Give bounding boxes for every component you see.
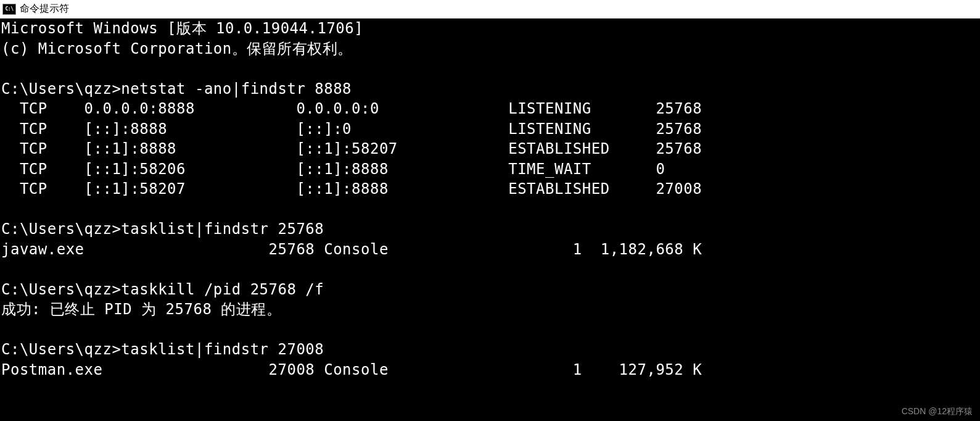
titlebar[interactable]: C:\ 命令提示符	[0, 0, 980, 19]
watermark: CSDN @12程序猿	[902, 406, 973, 417]
terminal-output[interactable]: Microsoft Windows [版本 10.0.19044.1706] (…	[0, 19, 980, 421]
window-title: 命令提示符	[20, 2, 69, 15]
cmd-icon: C:\	[2, 4, 16, 15]
